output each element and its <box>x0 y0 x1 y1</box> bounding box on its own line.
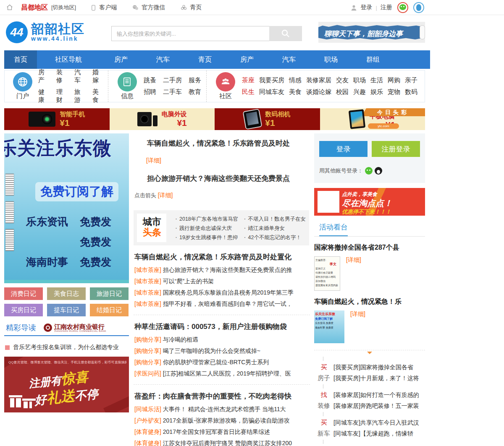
section-headline[interactable]: 车辆自燃起火，情况紧急！乐东路管员及时处置化 <box>134 252 310 262</box>
site-logo[interactable]: 44 韶韶社区 www.44.link <box>6 21 85 43</box>
group-item[interactable]: [同城车友]共享汽车今日入驻武汉 <box>333 417 425 428</box>
detail-link[interactable]: [详细] <box>158 192 173 198</box>
portal-link[interactable]: 美食 <box>92 88 104 104</box>
banner-item-peripherals[interactable]: 电脑外设¥1 <box>110 108 215 130</box>
activity-thumbnail[interactable]: 乐关注乐东微 免费订阅了解 乐东资讯 免费发 海南时事 免费发 <box>314 310 344 343</box>
feed-item[interactable]: [购物分享]你的肌肤护理管家已就位-BRTC男士系列 <box>134 357 310 368</box>
activity-thumbnail[interactable]: 主编推荐: 李文 坚持正义 传播社会正能量 请长按扫描二维码 添加微信 朋友圈有… <box>314 256 340 291</box>
register-gift-ad[interactable]: QQ首次登陆、微博首次登陆、微信关注、手机注册全都送彩币，彩币可直接抽奖 注册有… <box>4 357 129 412</box>
collapse-arrow[interactable] <box>314 350 425 356</box>
ytc-button[interactable]: ytc.com <box>368 123 399 129</box>
header-banner-ad[interactable]: 聊聊天下事，韶韶身边事 <box>318 22 425 43</box>
qq-login-icon[interactable] <box>375 167 382 175</box>
headline-link[interactable]: 不堪入目！数名男子在女 <box>244 214 306 224</box>
top-headline-2[interactable]: 担心旅游开销大？海南这些美翻天还免费景点 <box>147 174 310 183</box>
community-link[interactable]: 民生 <box>242 88 255 96</box>
top-headline-1[interactable]: 车辆自燃起火，情况紧急！乐东路管员及时处 <box>147 138 310 148</box>
search-button[interactable] <box>269 26 302 41</box>
feed-item[interactable]: [城市茶座]可以“爬”上去的书架 <box>134 276 310 287</box>
register-link[interactable]: 注册 <box>381 4 392 11</box>
community-link[interactable]: 我要买房 <box>259 76 284 84</box>
info-link[interactable]: 二手房 <box>163 76 182 84</box>
headline-link[interactable]: 42个不能忘记的名字！ <box>244 233 306 242</box>
diary-button-consume[interactable]: 消费日记 <box>4 287 43 300</box>
diary-button-food[interactable]: 美食日志 <box>47 287 86 300</box>
detail-link[interactable]: [详细] <box>146 157 161 164</box>
community-link[interactable]: 生活 <box>370 76 383 84</box>
feed-item[interactable]: [体育健身]2017年全国女排冠军赛首日比赛结果综述 <box>134 426 310 438</box>
headline-link[interactable]: 2018年广东各地市落马官 <box>176 214 238 224</box>
info-link[interactable]: 服务 <box>189 76 201 84</box>
portal-link[interactable]: 理财 <box>56 88 68 104</box>
banner-item-tablet[interactable]: 今日头彩 平板电脑 ¥1 ytc.com <box>320 108 425 130</box>
community-link[interactable]: 情感 <box>289 76 302 84</box>
info-link[interactable]: 跳蚤 <box>144 76 156 84</box>
nav-item-car[interactable]: 汽车 <box>142 50 184 69</box>
diary-button-car[interactable]: 提车日记 <box>47 304 86 316</box>
register-login-button[interactable]: 注册登录 <box>372 141 420 157</box>
home-icon[interactable] <box>6 4 13 11</box>
official-wechat-link[interactable]: 官方微信 <box>132 4 165 11</box>
diary-button-wedding[interactable]: 结婚日记 <box>90 304 129 316</box>
activity-headline[interactable]: 国家将撤掉全国各省287个县 <box>314 243 425 252</box>
nav-item-qingye[interactable]: 青页 <box>184 50 226 69</box>
portal-link[interactable]: 房产 <box>38 68 50 84</box>
diary-button-house[interactable]: 买房日记 <box>4 304 43 316</box>
community-link[interactable]: 茶座 <box>242 76 255 84</box>
community-link[interactable]: 交友 <box>336 76 349 84</box>
group-item[interactable]: [装修家居]奔跑吧装修！五一家装 <box>333 400 425 411</box>
login-button[interactable]: 登录 <box>319 141 368 157</box>
feed-item[interactable]: [购物分享]喝了三年咖啡的我为什么会突然戒掉~ <box>134 345 310 357</box>
qingye-link[interactable]: 青页 <box>180 4 202 11</box>
nav-item-groups[interactable]: 群组 <box>352 50 394 69</box>
portal-link[interactable]: 旅游 <box>74 88 86 104</box>
promo-ad-image[interactable]: 乐关注乐东微 免费订阅了解 乐东资讯免费发 免费发 海南时事免费发 <box>4 133 129 283</box>
feed-item[interactable]: [城市茶座]指甲不好看，灰暗难看而感到自卑？用它试一试， <box>134 298 310 310</box>
feed-item[interactable]: [购物分享]与冷喝的相遇 <box>134 334 310 345</box>
feed-item[interactable]: [体育健身]江苏女排夺冠后龚翔宇痛哭 赞助商奖江苏女排200 <box>134 438 310 446</box>
search-input[interactable] <box>111 26 269 41</box>
portal-link[interactable]: 婚嫁 <box>92 68 104 84</box>
feed-item[interactable]: [求医问药][江苏]相城区第二人民医院，2019年招聘护理、医 <box>134 368 310 379</box>
nav-item-car2[interactable]: 汽车 <box>268 50 310 69</box>
nav-item-community-guide[interactable]: 社区导航 <box>37 50 100 69</box>
qq-login-avatar[interactable] <box>413 2 424 13</box>
client-link[interactable]: 客户端 <box>90 4 117 11</box>
feed-item[interactable]: [同城乐活]大事件！ 精武会-连州杰龙武术馆携手 当地11大 <box>134 404 310 415</box>
switch-region-link[interactable]: [切换地区] <box>51 4 76 11</box>
activity-headline[interactable]: 车辆自燃起火，情况紧急！乐 <box>314 297 425 306</box>
headline-link[interactable]: 践行新使命忠诚保大庆 <box>176 224 238 233</box>
nav-item-house[interactable]: 房产 <box>100 50 142 69</box>
group-item[interactable]: [装修家居]如何打造一个有质感的 <box>333 389 425 400</box>
feed-item[interactable]: [城市茶座]国家税务总局乐东黎族自治县税务局2019年第三季 <box>134 287 310 298</box>
group-item[interactable]: [我要买房]十月新规，来了！这将 <box>333 373 425 383</box>
feed-item[interactable]: [城市茶座]担心旅游开销大？海南这些美翻天还免费景点的推 <box>134 264 310 276</box>
info-link[interactable]: 教育 <box>189 88 201 96</box>
info-link[interactable]: 二手车 <box>163 88 182 96</box>
nav-item-home[interactable]: 首页 <box>4 50 37 69</box>
headline-link[interactable]: 靖江未婚单身女 <box>244 224 306 233</box>
info-link[interactable]: 招聘 <box>144 88 156 96</box>
portal-link[interactable]: 装修 <box>56 68 68 84</box>
community-link[interactable]: 兴趣 <box>353 88 366 96</box>
community-link[interactable]: 同城车友 <box>259 88 284 96</box>
wechat-login-avatar[interactable] <box>397 2 408 13</box>
takeout-qr-ad[interactable]: 点外卖，享美食 尽在淘点点！ 优惠停不下来！！！ <box>314 188 425 216</box>
login-link[interactable]: 登录 <box>361 4 373 11</box>
wechat-login-icon[interactable] <box>365 167 373 175</box>
community-link[interactable]: 职场 <box>353 76 366 84</box>
headline-link[interactable]: 19岁女生跳楼事件！患抑 <box>176 233 238 242</box>
community-link[interactable]: 娱乐 <box>370 88 383 96</box>
detail-link[interactable]: [详细] <box>350 310 365 343</box>
region-label[interactable]: 昌都地区 <box>21 3 48 12</box>
section-headline[interactable]: 种草生活邀请码：000573，新用户注册领购物袋 <box>134 322 310 331</box>
banner-item-phone[interactable]: 智能手机¥1 <box>4 108 110 130</box>
portal-link[interactable]: 汽车 <box>74 68 86 84</box>
activity-title[interactable]: 活动看台 <box>319 222 348 236</box>
section-headline[interactable]: 蓓盈纤：肉在膳食营养中的重要性，不吃肉老得快 <box>134 391 310 401</box>
community-link[interactable]: 亲子 <box>405 76 417 84</box>
community-link[interactable]: 校园 <box>336 88 349 96</box>
community-link[interactable]: 美食 <box>289 88 302 96</box>
portal-link[interactable]: 健康 <box>38 88 50 104</box>
community-link[interactable]: 谈婚论嫁 <box>306 88 331 96</box>
